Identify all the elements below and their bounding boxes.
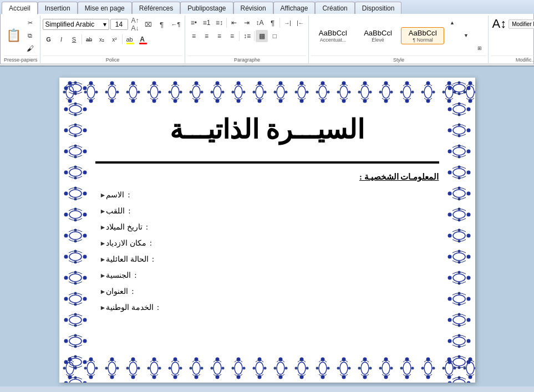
field-label-3: تاريخ الميلاد [106, 222, 143, 232]
tab-accueil[interactable]: Accueil [2, 2, 38, 14]
bullet-list-button[interactable]: ≡• [187, 17, 200, 29]
style-scroll-down-button[interactable]: ▼ [460, 29, 472, 42]
font-shrink-button[interactable]: A↓ [129, 24, 141, 32]
colon-6: : [134, 271, 136, 280]
ribbon: Accueil Insertion Mise en page Référence… [0, 0, 534, 64]
highlight-color-bar [126, 43, 134, 44]
border-bottom [59, 354, 475, 383]
list-item-4: : مكان الازدياد ► [95, 238, 439, 248]
field-label-1: الاسم [106, 190, 124, 200]
style-normal-button[interactable]: AaBbCcI ¶ Normal [401, 27, 444, 44]
style-eleve-button[interactable]: AaBbCcl Élevé [356, 27, 399, 44]
document-page: السيـــرة الذاتيـــة المعلومـات الشخصيـة… [59, 78, 475, 383]
list-item-5: : الحالة العائلية ► [95, 254, 439, 264]
title-divider [95, 161, 439, 164]
colon-5: : [152, 255, 154, 264]
numbered-list-button[interactable]: ≡1 [200, 17, 212, 29]
multilevel-list-button[interactable]: ≡↕ [213, 17, 225, 29]
field-label-5: الحالة العائلية [106, 254, 149, 264]
list-item-8: : الخدمة الوطنية ► [95, 303, 439, 312]
pilcrow-button[interactable]: ¶ [266, 17, 278, 29]
line-spacing-button[interactable]: ↕≡ [241, 30, 253, 42]
font-grow-button[interactable]: A↑ [129, 17, 141, 24]
colon-8: : [157, 303, 159, 312]
format-painter-button[interactable]: 🖌 [24, 42, 36, 54]
superscript-button[interactable]: x² [109, 33, 121, 45]
rtl-button[interactable]: ←¶ [169, 18, 183, 30]
list-item-7: : العنوان ► [95, 287, 439, 296]
arrow-8: ► [100, 304, 106, 312]
tab-mise-en-page[interactable]: Mise en page [78, 2, 132, 14]
page-content: السيـــرة الذاتيـــة المعلومـات الشخصيـة… [95, 108, 439, 312]
justify-button[interactable]: ≡ [226, 30, 238, 42]
tab-affichage[interactable]: Affichage [273, 2, 316, 14]
modifier-tools: A↕ Modifier les styles [491, 16, 534, 55]
paste-button[interactable]: 📋 [4, 23, 23, 48]
field-label-6: الجنسية [106, 271, 131, 280]
document-title: السيـــرة الذاتيـــة [95, 108, 439, 150]
tab-disposition[interactable]: Disposition [355, 2, 402, 14]
strikethrough-button[interactable]: ab [83, 33, 95, 45]
decrease-indent-button[interactable]: ⇤ [228, 17, 240, 29]
group-style: AaBbCcI Accentuat... AaBbCcl Élevé AaBbC… [309, 16, 489, 63]
field-label-2: اللقب [106, 206, 125, 216]
align-left-button[interactable]: ≡ [187, 30, 200, 42]
svg-rect-13 [443, 78, 475, 383]
tab-creation[interactable]: Création [315, 2, 354, 14]
group-label-paragraphe: Paragraphe [187, 55, 306, 63]
italic-button[interactable]: I [55, 33, 68, 45]
style-expand-button[interactable]: ⊞ [474, 42, 486, 54]
increase-indent-button[interactable]: ⇥ [241, 17, 253, 29]
font-color-bar [139, 43, 147, 44]
style-accentuat-button[interactable]: AaBbCcI Accentuat... [311, 27, 354, 44]
style-eleve-label: Élevé [360, 37, 395, 43]
tab-revision[interactable]: Révision [233, 2, 273, 14]
clear-format-button[interactable]: ⌧ [143, 18, 155, 30]
shading-button[interactable]: ▩ [256, 30, 268, 42]
underline-button[interactable]: S [68, 33, 80, 45]
group-label-presse-papiers: Presse-papiers [4, 55, 38, 63]
field-label-4: مكان الازدياد [106, 238, 146, 248]
group-label-police: Police [43, 55, 183, 63]
group-label-style: Style [311, 55, 486, 63]
bold-button[interactable]: G [43, 33, 55, 45]
align-right-button[interactable]: ≡ [213, 30, 225, 42]
style-normal-label: ¶ Normal [405, 37, 440, 43]
group-modifier: A↕ Modifier les styles Modific... [489, 16, 534, 63]
copy-button[interactable]: ⧉ [24, 29, 36, 42]
field-label-7: العنوان [106, 287, 128, 296]
document-area: السيـــرة الذاتيـــة المعلومـات الشخصيـة… [0, 67, 534, 386]
font-name-select[interactable]: Simplified Arabic ▾ [43, 19, 109, 30]
list-item-6: : الجنسية ► [95, 271, 439, 280]
separator4 [279, 18, 280, 28]
list-item-3: : تاريخ الميلاد ► [95, 222, 439, 232]
tab-references[interactable]: Références [132, 2, 180, 14]
align-center-button[interactable]: ≡ [200, 30, 212, 42]
arrow-3: ► [100, 223, 106, 232]
modifier-styles-button[interactable]: Modifier les styles [508, 19, 534, 29]
highlight-color-button[interactable]: ab [124, 33, 136, 45]
font-size-select[interactable]: 14 [110, 19, 128, 30]
style-scroll-up-button[interactable]: ▲ [446, 17, 458, 29]
subscript-button[interactable]: x₂ [96, 33, 108, 45]
arrow-2: ► [100, 207, 106, 216]
cut-button[interactable]: ✂ [24, 17, 36, 29]
border-button[interactable]: □ [268, 30, 281, 42]
separator3 [226, 18, 227, 28]
separator1 [82, 34, 82, 44]
separator5 [239, 31, 240, 41]
tab-insertion[interactable]: Insertion [38, 2, 78, 14]
tab-publipostage[interactable]: Publipostage [180, 2, 233, 14]
sort-button[interactable]: ↕A [253, 17, 266, 29]
group-police: Simplified Arabic ▾ 14 A↑ A↓ ⌧ ¶ ←¶ [40, 16, 186, 63]
font-color-button[interactable]: A [136, 33, 149, 45]
ltr-para-button[interactable]: →| [281, 17, 293, 29]
border-left [59, 78, 91, 383]
colon-3: : [146, 223, 148, 232]
rtl-para-button[interactable]: |← [294, 17, 306, 29]
field-label-8: الخدمة الوطنية [106, 303, 154, 312]
show-hide-button[interactable]: ¶ [156, 18, 168, 30]
ribbon-main: 📋 ✂ ⧉ 🖌 Presse-papiers Simplified Arabic… [0, 14, 534, 64]
arrow-6: ► [100, 272, 106, 280]
section-header: المعلومـات الشخصيـة : [95, 172, 439, 182]
